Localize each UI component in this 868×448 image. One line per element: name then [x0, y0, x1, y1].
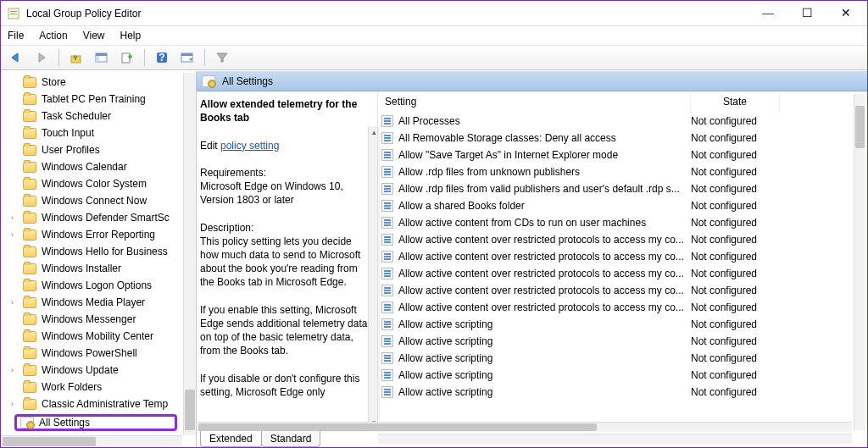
svg-rect-7 — [122, 53, 130, 63]
tree-item[interactable]: Windows Installer — [1, 260, 182, 277]
tree-item-label: Classic Administrative Temp — [42, 398, 168, 410]
list-row[interactable]: Allow "Save Target As" in Internet Explo… — [378, 147, 852, 163]
filter-button[interactable] — [212, 47, 232, 68]
list-row[interactable]: Allow active content from CDs to run on … — [378, 214, 852, 231]
options-button[interactable] — [177, 47, 198, 68]
setting-state: Not configured — [691, 115, 784, 127]
show-hide-tree-button[interactable] — [92, 47, 112, 68]
policy-icon — [381, 166, 393, 178]
menu-view[interactable]: View — [81, 28, 107, 43]
expand-icon: › — [11, 230, 23, 239]
column-state[interactable]: State — [691, 92, 780, 113]
tree-item[interactable]: Store — [1, 74, 182, 91]
tree-item[interactable]: Windows Messenger — [1, 311, 182, 328]
list-row[interactable]: All ProcessesNot configured — [378, 113, 852, 130]
tree-item[interactable]: Windows Mobility Center — [1, 328, 182, 345]
tree-item[interactable]: Tablet PC Pen Training — [1, 91, 182, 108]
tree-item[interactable]: User Profiles — [1, 141, 182, 158]
svg-rect-6 — [96, 56, 99, 62]
tree-item[interactable]: Windows Connect Now — [1, 192, 182, 209]
tree-vertical-scrollbar[interactable] — [183, 73, 196, 435]
tree-item-all-settings[interactable]: All Settings — [14, 414, 177, 431]
description-text-2: If you enable this setting, Microsoft Ed… — [200, 304, 370, 357]
setting-state: Not configured — [691, 386, 784, 398]
column-setting[interactable]: Setting — [378, 92, 691, 113]
tree-item[interactable]: ›Windows Update — [1, 362, 182, 379]
policy-icon — [381, 234, 393, 246]
setting-name: Allow active scripting — [398, 369, 691, 381]
policy-icon — [381, 335, 393, 347]
setting-name: Allow "Save Target As" in Internet Explo… — [398, 149, 691, 161]
tree-item[interactable]: ›Windows Defender SmartSc — [1, 209, 182, 226]
tree-item[interactable]: Touch Input — [1, 124, 182, 141]
policy-icon — [381, 318, 393, 330]
list-row[interactable]: Allow active content over restricted pro… — [378, 231, 852, 248]
maximize-button[interactable]: ☐ — [787, 2, 826, 25]
tree-item[interactable]: Windows PowerShell — [1, 345, 182, 362]
list-row[interactable]: Allow active content over restricted pro… — [378, 282, 852, 299]
tree-item[interactable]: ›Windows Error Reporting — [1, 226, 182, 243]
folder-icon — [23, 331, 36, 342]
menu-help[interactable]: Help — [119, 28, 143, 43]
help-button[interactable]: ? — [152, 47, 172, 68]
menu-action[interactable]: Action — [37, 28, 69, 43]
menu-file[interactable]: File — [6, 28, 25, 43]
setting-state: Not configured — [691, 335, 784, 347]
list-vertical-scrollbar[interactable] — [854, 94, 865, 430]
folder-icon — [23, 297, 36, 308]
app-icon — [8, 7, 21, 20]
window-title: Local Group Policy Editor — [26, 8, 748, 19]
policy-icon — [381, 369, 393, 381]
policy-icon — [381, 115, 393, 127]
list-row[interactable]: Allow active content over restricted pro… — [378, 248, 852, 265]
setting-name: Allow active scripting — [398, 386, 691, 398]
policy-icon — [381, 251, 393, 263]
back-button[interactable] — [6, 47, 26, 68]
tree-item-label: Windows Hello for Business — [42, 246, 168, 257]
tree-item-label: Windows Calendar — [42, 161, 127, 173]
tree-item-label: Windows Color System — [42, 178, 147, 190]
folder-icon — [23, 314, 36, 325]
tree-item[interactable]: Windows Calendar — [1, 158, 182, 175]
tree-item[interactable]: Work Folders — [1, 379, 182, 395]
close-button[interactable]: ✕ — [826, 2, 865, 25]
export-list-button[interactable] — [117, 47, 137, 68]
setting-name: All Processes — [398, 115, 691, 127]
forward-button[interactable] — [31, 47, 52, 68]
setting-name: Allow active content over restricted pro… — [398, 234, 691, 246]
tree-item[interactable]: Windows Logon Options — [1, 277, 182, 294]
up-one-level-button[interactable] — [66, 47, 86, 68]
tree-item[interactable]: Task Scheduler — [1, 108, 182, 124]
tree-item-label: Windows PowerShell — [42, 347, 137, 359]
policy-icon — [381, 386, 393, 398]
tab-standard[interactable]: Standard — [261, 431, 321, 447]
list-row[interactable]: Allow active content over restricted pro… — [378, 265, 852, 282]
list-row[interactable]: Allow active scriptingNot configured — [378, 367, 852, 384]
tree-item[interactable]: ›Windows Media Player — [1, 294, 182, 311]
list-row[interactable]: Allow .rdp files from valid publishers a… — [378, 180, 852, 197]
tree-horizontal-scrollbar[interactable] — [1, 435, 182, 447]
setting-name: Allow active content over restricted pro… — [398, 268, 691, 279]
list-row[interactable]: Allow a shared Books folderNot configure… — [378, 197, 852, 214]
list-row[interactable]: Allow active scriptingNot configured — [378, 316, 852, 333]
tree-item-label: Windows Connect Now — [42, 195, 147, 207]
list-row[interactable]: Allow active scriptingNot configured — [378, 350, 852, 367]
tab-extended[interactable]: Extended — [200, 431, 262, 447]
tree-item[interactable]: Windows Hello for Business — [1, 243, 182, 260]
list-row[interactable]: Allow active scriptingNot configured — [378, 333, 852, 350]
tree-item[interactable]: ›Classic Administrative Temp — [1, 395, 182, 412]
menu-bar: File Action View Help — [1, 26, 867, 45]
list-row[interactable]: Allow active content over restricted pro… — [378, 299, 852, 316]
list-row[interactable]: Allow active scriptingNot configured — [378, 384, 852, 401]
folder-icon — [23, 365, 36, 376]
minimize-button[interactable]: — — [748, 2, 787, 25]
folder-icon — [23, 230, 36, 241]
folder-icon — [23, 77, 36, 88]
list-row[interactable]: Allow .rdp files from unknown publishers… — [378, 163, 852, 180]
tree-item[interactable]: Windows Color System — [1, 175, 182, 192]
setting-name: Allow active content over restricted pro… — [398, 301, 691, 313]
list-row[interactable]: All Removable Storage classes: Deny all … — [378, 130, 852, 147]
folder-icon — [23, 145, 36, 156]
tree-item-label: User Profiles — [42, 144, 100, 156]
edit-policy-link[interactable]: policy setting — [220, 140, 279, 152]
